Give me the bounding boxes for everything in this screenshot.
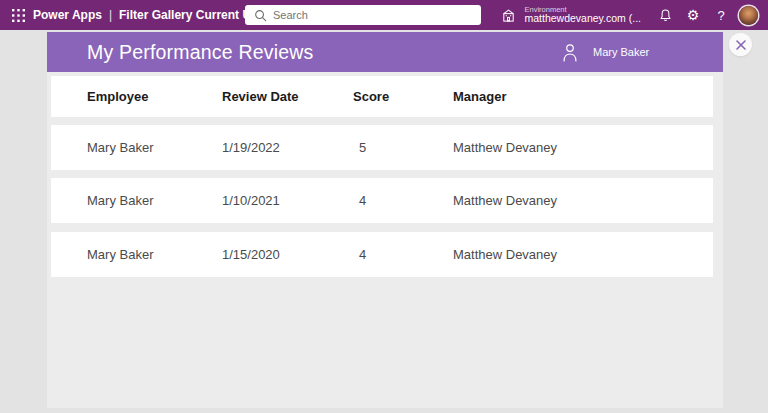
column-header-review-date: Review Date	[222, 76, 299, 117]
cell-employee: Mary Baker	[87, 125, 153, 170]
breadcrumb: Power Apps | Filter Gallery Current User	[33, 8, 269, 22]
breadcrumb-separator: |	[109, 8, 112, 22]
environment-name: matthewdevaney.com (...	[524, 13, 641, 24]
help-icon: ?	[717, 8, 724, 23]
cell-employee: Mary Baker	[87, 232, 153, 277]
table-row[interactable]: Mary Baker 1/19/2022 5 Matthew Devaney	[51, 125, 713, 170]
table-row[interactable]: Mary Baker 1/15/2020 4 Matthew Devaney	[51, 232, 713, 277]
app-launcher-button[interactable]	[3, 0, 33, 30]
environment-picker[interactable]: Environment matthewdevaney.com (...	[491, 0, 651, 30]
account-avatar[interactable]	[739, 6, 758, 25]
app-title: My Performance Reviews	[87, 32, 314, 72]
close-icon	[736, 40, 746, 50]
current-user: Mary Baker	[562, 32, 649, 72]
screen: Power Apps | Filter Gallery Current User	[0, 0, 768, 413]
cell-score: 4	[359, 232, 366, 277]
waffle-icon	[12, 9, 25, 22]
help-button[interactable]: ?	[707, 0, 735, 30]
search-icon	[254, 9, 267, 22]
environment-text: Environment matthewdevaney.com (...	[524, 6, 641, 25]
settings-button[interactable]: ⚙	[679, 0, 707, 30]
app-name[interactable]: Power Apps	[33, 8, 102, 22]
app-canvas: My Performance Reviews Mary Baker Employ…	[47, 32, 723, 408]
cell-manager: Matthew Devaney	[453, 125, 557, 170]
cell-manager: Matthew Devaney	[453, 232, 557, 277]
app-header: My Performance Reviews Mary Baker	[47, 32, 723, 72]
cell-score: 4	[359, 178, 366, 223]
cell-employee: Mary Baker	[87, 178, 153, 223]
search-input[interactable]	[245, 5, 481, 25]
cell-review-date: 1/19/2022	[222, 125, 280, 170]
bell-icon	[658, 8, 673, 23]
person-icon	[562, 43, 578, 62]
table-header: Employee Review Date Score Manager	[51, 76, 713, 117]
topbar: Power Apps | Filter Gallery Current User	[0, 0, 768, 30]
environment-icon	[501, 8, 516, 23]
cell-review-date: 1/10/2021	[222, 178, 280, 223]
cell-review-date: 1/15/2020	[222, 232, 280, 277]
column-header-score: Score	[353, 76, 389, 117]
gear-icon: ⚙	[687, 8, 700, 22]
close-button[interactable]	[729, 33, 752, 56]
notifications-button[interactable]	[651, 0, 679, 30]
current-user-name: Mary Baker	[593, 46, 649, 58]
column-header-employee: Employee	[87, 76, 148, 117]
cell-manager: Matthew Devaney	[453, 178, 557, 223]
topbar-right-cluster: Environment matthewdevaney.com (... ⚙ ?	[491, 0, 768, 30]
table-row[interactable]: Mary Baker 1/10/2021 4 Matthew Devaney	[51, 178, 713, 223]
column-header-manager: Manager	[453, 76, 506, 117]
search-box[interactable]	[245, 5, 481, 25]
cell-score: 5	[359, 125, 366, 170]
